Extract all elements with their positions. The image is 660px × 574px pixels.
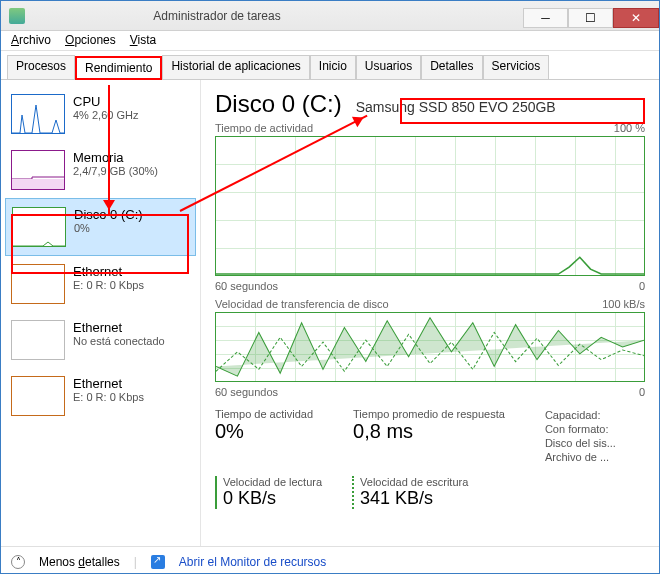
- tab-procesos[interactable]: Procesos: [7, 55, 75, 79]
- chart2-xleft: 60 segundos: [215, 386, 278, 398]
- cpu-thumb: [11, 94, 65, 134]
- chart1-xleft: 60 segundos: [215, 280, 278, 292]
- menu-opciones[interactable]: Opciones: [65, 33, 116, 48]
- open-resmon-link[interactable]: Abrir el Monitor de recursos: [179, 555, 326, 569]
- activity-chart: [215, 136, 645, 276]
- sidebar: CPU 4% 2,60 GHz Memoria 2,4/7,9 GB (30%)…: [1, 80, 201, 546]
- less-details-link[interactable]: Menos detalles: [39, 555, 120, 569]
- transfer-chart: [215, 312, 645, 382]
- device-name: Samsung SSD 850 EVO 250GB: [356, 99, 556, 115]
- sidebar-item-ethernet-1[interactable]: Ethernet E: 0 R: 0 Kbps: [5, 256, 196, 312]
- chart2-xright: 0: [639, 386, 645, 398]
- sidebar-label: Ethernet: [73, 320, 165, 335]
- cap-label-0: Capacidad:: [545, 408, 616, 422]
- tabs: Procesos Rendimiento Historial de aplica…: [1, 51, 659, 80]
- sidebar-item-ethernet-2[interactable]: Ethernet No está conectado: [5, 312, 196, 368]
- ethernet-thumb: [11, 264, 65, 304]
- tab-servicios[interactable]: Servicios: [483, 55, 550, 79]
- sidebar-sub: 4% 2,60 GHz: [73, 109, 138, 121]
- sidebar-item-disco[interactable]: Disco 0 (C:) 0%: [5, 198, 196, 256]
- tab-usuarios[interactable]: Usuarios: [356, 55, 421, 79]
- ethernet-thumb: [11, 376, 65, 416]
- maximize-button[interactable]: ☐: [568, 8, 613, 28]
- read-value: 0 KB/s: [223, 488, 322, 509]
- tab-inicio[interactable]: Inicio: [310, 55, 356, 79]
- footer: ˄ Menos detalles | Abrir el Monitor de r…: [1, 546, 659, 574]
- write-value: 341 KB/s: [360, 488, 468, 509]
- annotation-arrow-down: [108, 85, 110, 215]
- chart1-xright: 0: [639, 280, 645, 292]
- memory-thumb: [11, 150, 65, 190]
- sidebar-label: Ethernet: [73, 376, 144, 391]
- tab-historial[interactable]: Historial de aplicaciones: [162, 55, 309, 79]
- cap-label-3: Archivo de ...: [545, 450, 616, 464]
- close-button[interactable]: ✕: [613, 8, 659, 28]
- stat-resp-label: Tiempo promedio de respuesta: [353, 408, 505, 420]
- sidebar-sub: E: 0 R: 0 Kbps: [73, 391, 144, 403]
- chart2-label: Velocidad de transferencia de disco: [215, 298, 389, 310]
- window-title: Administrador de tareas: [31, 9, 523, 23]
- sidebar-sub: E: 0 R: 0 Kbps: [73, 279, 144, 291]
- stat-resp-value: 0,8 ms: [353, 420, 505, 443]
- read-label: Velocidad de lectura: [223, 476, 322, 488]
- sidebar-sub: 2,4/7,9 GB (30%): [73, 165, 158, 177]
- sidebar-item-cpu[interactable]: CPU 4% 2,60 GHz: [5, 86, 196, 142]
- sidebar-label: Memoria: [73, 150, 158, 165]
- page-title: Disco 0 (C:): [215, 90, 342, 118]
- sidebar-label: CPU: [73, 94, 138, 109]
- sidebar-label: Ethernet: [73, 264, 144, 279]
- app-icon: [9, 8, 25, 24]
- menubar: Archivo Opciones Vista: [1, 31, 659, 51]
- stat-active-value: 0%: [215, 420, 313, 443]
- menu-vista[interactable]: Vista: [130, 33, 156, 48]
- stat-active-label: Tiempo de actividad: [215, 408, 313, 420]
- tab-rendimiento[interactable]: Rendimiento: [75, 56, 162, 80]
- main-panel: Disco 0 (C:) Samsung SSD 850 EVO 250GB T…: [201, 80, 659, 546]
- sidebar-item-ethernet-3[interactable]: Ethernet E: 0 R: 0 Kbps: [5, 368, 196, 424]
- sidebar-item-memoria[interactable]: Memoria 2,4/7,9 GB (30%): [5, 142, 196, 198]
- chart1-right: 100 %: [614, 122, 645, 134]
- write-label: Velocidad de escritura: [360, 476, 468, 488]
- ethernet-thumb: [11, 320, 65, 360]
- disk-thumb: [12, 207, 66, 247]
- collapse-icon[interactable]: ˄: [11, 555, 25, 569]
- chart1-label: Tiempo de actividad: [215, 122, 313, 134]
- sidebar-sub: No está conectado: [73, 335, 165, 347]
- titlebar: Administrador de tareas ─ ☐ ✕: [1, 1, 659, 31]
- minimize-button[interactable]: ─: [523, 8, 568, 28]
- svg-rect-0: [12, 179, 65, 190]
- chart2-right: 100 kB/s: [602, 298, 645, 310]
- cap-label-1: Con formato:: [545, 422, 616, 436]
- tab-detalles[interactable]: Detalles: [421, 55, 482, 79]
- content: CPU 4% 2,60 GHz Memoria 2,4/7,9 GB (30%)…: [1, 80, 659, 546]
- resmon-icon: [151, 555, 165, 569]
- menu-archivo[interactable]: Archivo: [11, 33, 51, 48]
- cap-label-2: Disco del sis...: [545, 436, 616, 450]
- sidebar-sub: 0%: [74, 222, 143, 234]
